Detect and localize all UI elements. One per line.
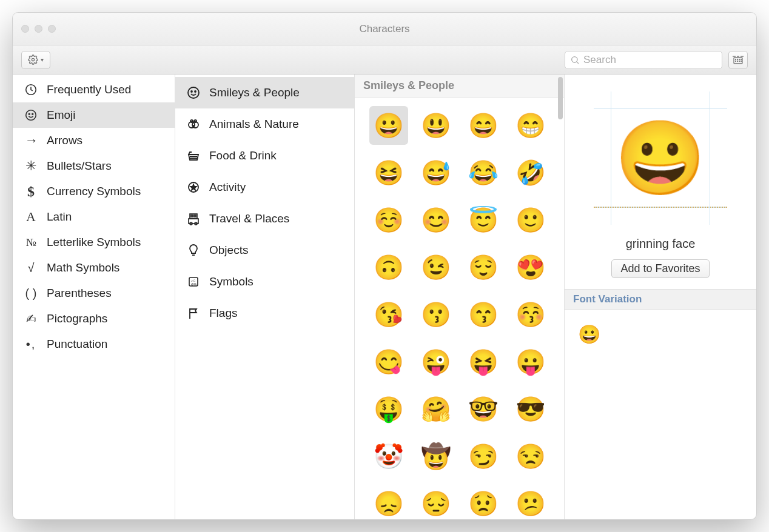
category-item-parentheses[interactable]: ( )Parentheses: [13, 281, 175, 306]
emoji-cell[interactable]: 🤗: [417, 390, 455, 428]
minimize-dot[interactable]: [35, 25, 42, 33]
character-name: grinning face: [565, 232, 756, 259]
emoji-cell[interactable]: 🤑: [369, 390, 408, 428]
close-dot[interactable]: [21, 25, 29, 33]
emoji-cell[interactable]: 🤡: [369, 437, 408, 476]
svg-text:&%: &%: [191, 282, 197, 286]
category-item-math-symbols[interactable]: √Math Symbols: [13, 255, 175, 281]
emoji-cell[interactable]: 😋: [369, 342, 408, 381]
emoji-cell[interactable]: 😘: [369, 295, 408, 334]
emoji-cell[interactable]: 😝: [464, 342, 503, 381]
subcategory-item-flags[interactable]: Flags: [175, 298, 354, 329]
letter-a-icon: A: [24, 210, 38, 224]
category-item-arrows[interactable]: →Arrows: [13, 128, 175, 153]
emoji-cell[interactable]: 🤣: [511, 153, 550, 192]
emoji-cell[interactable]: 😙: [464, 295, 503, 334]
emoji-cell[interactable]: ☺️: [369, 201, 408, 239]
toolbar: ▾: [13, 45, 756, 75]
search-input[interactable]: [583, 54, 717, 66]
emoji-cell[interactable]: 🙂: [511, 201, 550, 239]
font-variation-row: 😀: [565, 310, 756, 358]
category-label: Pictographs: [47, 312, 107, 325]
font-variation-item[interactable]: 😀: [576, 321, 602, 347]
subcategory-item-animals-nature[interactable]: Animals & Nature: [175, 108, 354, 140]
subcategory-item-travel-places[interactable]: Travel & Places: [175, 203, 354, 234]
subcategory-label: Activity: [209, 181, 246, 194]
category-item-frequently-used[interactable]: Frequently Used: [13, 77, 175, 102]
category-label: Frequently Used: [47, 83, 131, 96]
window-title: Characters: [13, 23, 756, 35]
emoji-cell[interactable]: 🙃: [369, 248, 408, 287]
category-item-emoji[interactable]: Emoji: [13, 102, 175, 128]
collapse-button[interactable]: [728, 51, 748, 69]
emoji-cell[interactable]: 😔: [417, 484, 455, 519]
scrollbar-thumb[interactable]: [558, 77, 563, 119]
emoji-cell[interactable]: 😄: [464, 106, 503, 145]
emoji-cell[interactable]: 😍: [511, 248, 550, 287]
svg-point-25: [194, 120, 196, 122]
gear-icon: [28, 55, 38, 65]
emoji-cell[interactable]: 😎: [511, 390, 550, 428]
emoji-cell[interactable]: 😅: [417, 153, 455, 192]
emoji-cell[interactable]: 😁: [511, 106, 550, 145]
emoji-cell[interactable]: 😒: [511, 437, 550, 476]
category-item-punctuation[interactable]: •,Punctuation: [13, 331, 175, 357]
subcategory-item-symbols[interactable]: ♪♫&%Symbols: [175, 266, 354, 298]
category-item-bullets-stars[interactable]: ✳︎Bullets/Stars: [13, 153, 175, 179]
emoji-cell[interactable]: 😏: [464, 437, 503, 476]
emoji-cell[interactable]: 😚: [511, 295, 550, 334]
svg-point-10: [741, 59, 742, 59]
subcategory-item-objects[interactable]: Objects: [175, 234, 354, 266]
emoji-cell[interactable]: 😊: [417, 201, 455, 239]
emoji-cell[interactable]: 😂: [464, 153, 503, 192]
svg-point-9: [739, 59, 740, 59]
svg-point-21: [195, 91, 196, 92]
subcategory-label: Symbols: [209, 275, 254, 288]
subcategory-icon: [186, 211, 201, 226]
subcategory-icon: ♪♫&%: [186, 274, 201, 289]
category-item-latin[interactable]: ALatin: [13, 204, 175, 230]
emoji-cell[interactable]: 😜: [417, 342, 455, 381]
emoji-cell[interactable]: 😗: [417, 295, 455, 334]
emoji-cell[interactable]: 😛: [511, 342, 550, 381]
subcategory-item-activity[interactable]: Activity: [175, 171, 354, 203]
emoji-cell[interactable]: 😃: [417, 106, 455, 145]
category-label: Parentheses: [47, 287, 112, 300]
category-item-currency-symbols[interactable]: $Currency Symbols: [13, 179, 175, 204]
emoji-cell[interactable]: 🤓: [464, 390, 503, 428]
add-favorites-button[interactable]: Add to Favorites: [611, 259, 709, 278]
keyboard-icon: [732, 56, 744, 64]
svg-point-7: [736, 59, 736, 59]
subcategory-sidebar: Smileys & PeopleAnimals & NatureFood & D…: [175, 75, 355, 519]
category-item-pictographs[interactable]: ✍︎Pictographs: [13, 306, 175, 331]
subcategory-item-smileys-people[interactable]: Smileys & People: [175, 77, 354, 108]
svg-point-17: [29, 113, 30, 115]
arrow-icon: →: [24, 133, 38, 148]
emoji-cell[interactable]: 😌: [464, 248, 503, 287]
paren-icon: ( ): [24, 286, 38, 301]
settings-menu-button[interactable]: ▾: [21, 51, 50, 69]
search-icon: [570, 55, 580, 65]
subcategory-label: Travel & Places: [209, 212, 289, 225]
svg-point-16: [26, 110, 36, 121]
clock-icon: [24, 82, 38, 97]
category-sidebar: Frequently UsedEmoji→Arrows✳︎Bullets/Sta…: [13, 75, 175, 519]
emoji-cell[interactable]: 😀: [369, 106, 408, 145]
emoji-cell[interactable]: 😇: [464, 201, 503, 239]
search-field[interactable]: [565, 51, 722, 69]
emoji-cell[interactable]: 😕: [511, 484, 550, 519]
detail-pane: 😀 grinning face Add to Favorites Font Va…: [565, 75, 756, 519]
svg-point-0: [32, 58, 34, 61]
emoji-cell[interactable]: 🤠: [417, 437, 455, 476]
svg-point-8: [737, 59, 738, 59]
subcategory-item-food-drink[interactable]: Food & Drink: [175, 140, 354, 171]
emoji-cell[interactable]: 😟: [464, 484, 503, 519]
star-icon: ✳︎: [24, 159, 38, 173]
titlebar: Characters: [13, 13, 756, 45]
emoji-cell[interactable]: 😉: [417, 248, 455, 287]
zoom-dot[interactable]: [48, 25, 56, 33]
category-item-letterlike-symbols[interactable]: №Letterlike Symbols: [13, 230, 175, 255]
dollar-icon: $: [24, 184, 38, 199]
emoji-cell[interactable]: 😞: [369, 484, 408, 519]
emoji-cell[interactable]: 😆: [369, 153, 408, 192]
